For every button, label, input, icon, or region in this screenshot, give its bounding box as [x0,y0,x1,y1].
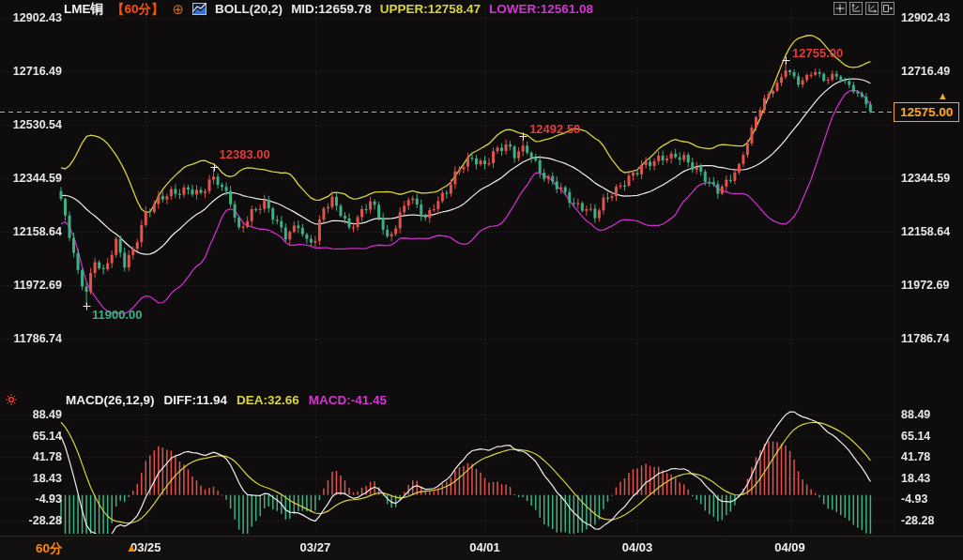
footer-period-arrow-icon[interactable]: ▲ [126,541,137,554]
period-label[interactable]: 【60分】 [112,1,164,18]
zoom-in-button[interactable] [865,2,879,15]
pan-right-button[interactable] [881,2,894,15]
boll-params-label: BOLL(20,2) [215,2,283,16]
chart-toolbar [833,2,894,15]
zoom-out-button[interactable] [849,2,863,15]
indicator-chart-icon[interactable] [192,3,206,15]
boll-upper-value: UPPER:12758.47 [380,2,481,16]
chart-header: LME铜 【60分】 ⊕ BOLL(20,2) MID:12659.78 UPP… [64,1,593,17]
price-up-arrow-icon: ▲ [938,91,948,100]
add-indicator-icon[interactable]: ⊕ [173,3,185,15]
crosshair-button[interactable] [833,2,847,15]
footer-period-label[interactable]: 60分 [36,540,63,557]
live-indicator-icon [5,393,18,410]
boll-lower-value: LOWER:12561.08 [489,2,593,16]
chart-app: LME铜 【60分】 ⊕ BOLL(20,2) MID:12659.78 UPP… [0,0,963,560]
last-price-value: 12575.00 [900,105,953,119]
symbol-name: LME铜 [64,1,103,18]
boll-mid-value: MID:12659.78 [291,2,372,16]
last-price-box: 12575.00 [894,102,959,122]
chart-canvas[interactable] [0,0,963,560]
